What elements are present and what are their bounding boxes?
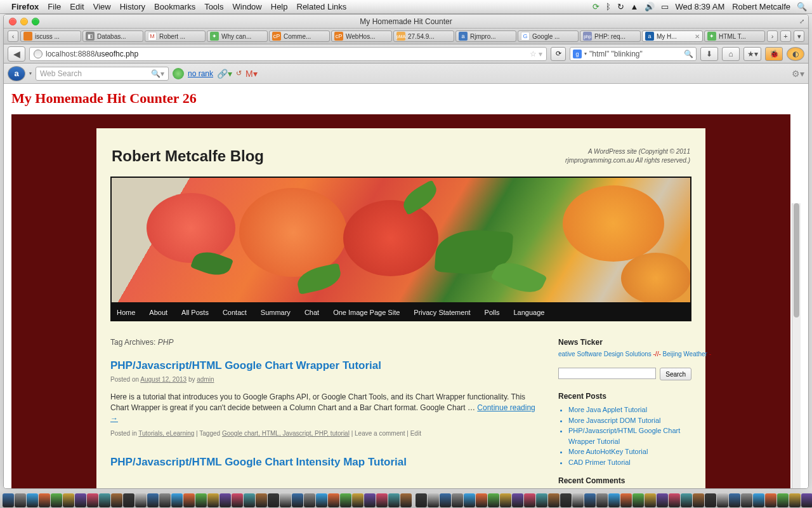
dock-app-icon[interactable] [620,493,632,507]
volume-icon[interactable]: 🔊 [645,2,655,11]
dock-app-icon[interactable] [608,493,620,507]
dock-app-icon[interactable] [340,493,351,507]
tab[interactable]: GGoogle ... [518,30,579,42]
menu-edit[interactable]: Edit [70,2,84,11]
scrollbar[interactable] [792,203,801,488]
dock-app-icon[interactable] [452,493,463,507]
post-cat[interactable]: Tutorials, eLearning [138,430,194,437]
recent-post[interactable]: PHP/Javascript/HTML Google Chart Wrapper… [568,425,691,446]
nav-chat[interactable]: Chat [304,309,319,316]
tab[interactable]: cPComme... [269,30,330,42]
dock-app-icon[interactable] [645,493,656,507]
dock-app-icon[interactable] [464,493,475,507]
dock-app-icon[interactable] [280,493,291,507]
dock-app-icon[interactable] [596,493,608,507]
tab[interactable]: phpPHP: req... [580,30,641,42]
nav-summary[interactable]: Summary [261,309,291,316]
nav-language[interactable]: Language [513,309,544,316]
tab[interactable]: MRobert ... [145,30,206,42]
tab[interactable]: pMA27.54.9... [393,30,454,42]
dock-app-icon[interactable] [171,493,183,507]
dock-app-icon[interactable] [801,493,812,507]
menu-view[interactable]: View [93,2,111,11]
dock-app-icon[interactable] [388,493,400,507]
sidebar-search-button[interactable]: Search [660,368,691,380]
dock-app-icon[interactable] [183,493,195,507]
dock-app-icon[interactable] [717,493,728,507]
dock-app-icon[interactable] [753,493,764,507]
dock-app-icon[interactable] [572,493,584,507]
dock-app-icon[interactable] [777,493,789,507]
downloads-button[interactable]: ⬇ [700,47,718,61]
firebug-button[interactable]: 🐞 [765,47,783,61]
dock-app-icon[interactable] [87,493,98,507]
address-bar[interactable]: localhost:8888/useofhc.php ☆ ▾ [29,47,547,61]
back-button[interactable]: ◀ [8,46,25,62]
dock-app-icon[interactable] [3,493,14,507]
menu-links[interactable]: Related Links [297,2,347,11]
dock-app-icon[interactable] [705,493,716,507]
bookmark-star-icon[interactable]: ☆ ▾ [530,50,542,58]
dock-app-icon[interactable] [232,493,243,507]
blog-title[interactable]: Robert Metcalfe Blog [112,147,264,165]
dock-app-icon[interactable] [63,493,74,507]
tab[interactable]: aRjmpro... [455,30,516,42]
gear-icon[interactable]: ⚙▾ [792,69,804,79]
dock-app-icon[interactable] [27,493,38,507]
tab[interactable]: ◧Databas... [82,30,143,42]
recent-post[interactable]: More Javascript DOM Tutorial [568,415,691,426]
post-author[interactable]: admin [197,376,214,383]
home-button[interactable]: ⌂ [722,47,740,61]
nav-privacy[interactable]: Privacy Statement [414,309,470,316]
dropbox-icon[interactable]: ⟳ [593,2,599,11]
addon-button[interactable]: ◐ [787,47,804,61]
dock-app-icon[interactable] [244,493,255,507]
dock-app-icon[interactable] [400,493,412,507]
dock-app-icon[interactable] [123,493,134,507]
tab[interactable]: ✦HTML T... [704,30,765,42]
fullscreen-icon[interactable]: ⤢ [799,18,804,25]
tab-close-icon[interactable]: ✕ [695,33,700,40]
dock-app-icon[interactable] [789,493,801,507]
search-engine-box[interactable]: g▾ "html" "blinking" 🔍 [570,47,697,61]
dock-app-icon[interactable] [428,493,439,507]
dock-app-icon[interactable] [135,493,147,507]
tab-active[interactable]: aMy H...✕ [642,30,703,42]
dock-app-icon[interactable] [99,493,110,507]
nav-oneimage[interactable]: One Image Page Site [333,309,400,316]
tab-scroll-left[interactable]: ‹ [8,30,18,42]
menubar-app[interactable]: Firefox [11,2,39,11]
spotlight-icon[interactable]: 🔍 [797,2,807,11]
dock-app-icon[interactable] [476,493,487,507]
dock-app-icon[interactable] [147,493,159,507]
dock-app-icon[interactable] [657,493,668,507]
gmail-icon[interactable]: M▾ [246,69,258,79]
nav-allposts[interactable]: All Posts [181,309,209,316]
dock-app-icon[interactable] [536,493,547,507]
dock-app-icon[interactable] [741,493,752,507]
menu-file[interactable]: File [48,2,61,11]
site-identity-icon[interactable] [34,50,43,58]
nav-about[interactable]: About [149,309,167,316]
bookmarks-button[interactable]: ★▾ [743,47,761,61]
bluetooth-icon[interactable]: ᛒ [606,2,611,11]
search-icon[interactable]: 🔍▾ [151,69,164,78]
tab[interactable]: cPWebHos... [331,30,392,42]
dock-app-icon[interactable] [548,493,560,507]
dock-app-icon[interactable] [111,493,122,507]
dock-app-icon[interactable] [328,493,339,507]
nav-contact[interactable]: Contact [223,309,247,316]
news-ticker[interactable]: eative Software Design Solutions -//- Be… [558,351,691,358]
dock-app-icon[interactable] [75,493,86,507]
timemachine-icon[interactable]: ↻ [617,2,624,11]
sidebar-search-input[interactable] [558,368,656,379]
norank-label[interactable]: no rank [188,69,213,78]
dock-app-icon[interactable] [364,493,376,507]
nav-home[interactable]: Home [117,309,135,316]
battery-icon[interactable]: ▭ [661,2,669,11]
search-icon[interactable]: 🔍 [684,50,693,58]
post-tag[interactable]: Google chart, HTML, Javascript, PHP, tut… [222,430,350,437]
dock-app-icon[interactable] [39,493,50,507]
dock-app-icon[interactable] [765,493,776,507]
wayback-icon[interactable]: ↺ [236,69,242,77]
